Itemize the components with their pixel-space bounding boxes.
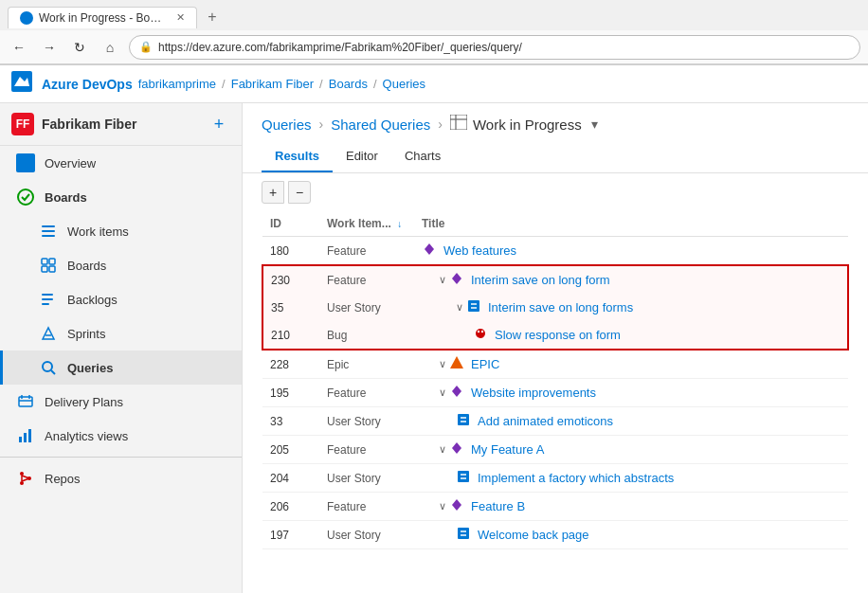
cell-title[interactable]: Implement a factory which abstracts: [414, 464, 848, 493]
new-tab-button[interactable]: +: [201, 6, 224, 28]
breadcrumb-sep-2: /: [319, 77, 323, 91]
ado-brand-text: Azure DevOps: [42, 77, 133, 92]
sidebar-boards-group-label: Boards: [45, 190, 87, 205]
cell-id: 33: [262, 407, 319, 436]
cell-title[interactable]: ∨Interim save on long forms: [414, 294, 848, 321]
svg-rect-3: [18, 164, 25, 171]
work-item-type-icon: [449, 440, 464, 458]
sidebar-item-overview[interactable]: Overview: [0, 146, 242, 180]
expand-icon[interactable]: ∨: [439, 358, 446, 370]
tab-charts[interactable]: Charts: [391, 141, 454, 172]
work-item-type-icon: [449, 271, 464, 289]
expand-icon[interactable]: ∨: [456, 301, 463, 314]
breadcrumb-sep-3: /: [373, 77, 377, 91]
project-icon: FF: [11, 113, 34, 135]
cell-type: User Story: [319, 464, 414, 493]
active-tab[interactable]: Work in Progress - Boards ✕: [8, 7, 197, 28]
svg-rect-13: [42, 294, 53, 296]
work-item-link[interactable]: Interim save on long forms: [488, 300, 633, 314]
expand-icon[interactable]: ∨: [439, 386, 446, 399]
cell-title[interactable]: Slow response on form: [414, 321, 848, 350]
breadcrumb-project[interactable]: Fabrikam Fiber: [231, 77, 314, 91]
query-title: Work in Progress: [473, 117, 582, 133]
work-item-link[interactable]: Web features: [443, 243, 516, 258]
work-item-type-icon: [449, 384, 464, 402]
work-item-type-icon: [466, 298, 481, 316]
cell-title[interactable]: Welcome back page: [414, 521, 848, 549]
collapse-all-button[interactable]: −: [288, 181, 311, 204]
content-sep-1: ›: [319, 117, 324, 132]
tab-editor[interactable]: Editor: [333, 141, 391, 172]
work-item-link[interactable]: Slow response on form: [495, 328, 621, 342]
sidebar-item-backlogs[interactable]: Backlogs: [0, 282, 242, 316]
svg-rect-15: [42, 303, 49, 305]
sidebar-item-delivery-plans[interactable]: Delivery Plans: [0, 385, 242, 419]
breadcrumb-org[interactable]: fabrikamprime: [138, 77, 216, 91]
sidebar-add-button[interactable]: +: [208, 113, 230, 135]
work-item-link[interactable]: My Feature A: [471, 442, 544, 457]
tab-results[interactable]: Results: [262, 141, 333, 172]
cell-title[interactable]: ∨EPIC: [414, 350, 848, 379]
query-caret-button[interactable]: ▾: [591, 117, 598, 132]
sidebar-item-work-items[interactable]: Work items: [0, 214, 242, 248]
work-item-link[interactable]: EPIC: [471, 357, 499, 371]
svg-point-39: [476, 329, 485, 338]
svg-point-27: [20, 472, 24, 476]
expand-icon[interactable]: ∨: [439, 274, 446, 286]
work-item-link[interactable]: Add animated emoticons: [478, 414, 613, 428]
work-item-link[interactable]: Feature B: [471, 499, 525, 513]
tab-close-button[interactable]: ✕: [176, 11, 185, 24]
breadcrumb-queries[interactable]: Queries: [383, 77, 426, 91]
breadcrumb-queries-link[interactable]: Queries: [262, 117, 312, 133]
svg-point-18: [43, 362, 52, 371]
cell-type: Feature: [319, 379, 414, 407]
breadcrumb-shared-queries-link[interactable]: Shared Queries: [331, 117, 430, 133]
forward-button[interactable]: →: [38, 36, 61, 59]
cell-title[interactable]: ∨Website improvements: [414, 379, 848, 407]
work-item-link[interactable]: Interim save on long form: [471, 273, 610, 287]
cell-type: Epic: [319, 350, 414, 379]
sidebar-item-repos[interactable]: Repos: [0, 461, 242, 495]
col-header-id: ID: [262, 211, 319, 237]
sidebar-sprints-label: Sprints: [67, 327, 105, 341]
svg-rect-2: [27, 155, 33, 162]
overview-icon: [16, 153, 35, 172]
col-header-type[interactable]: Work Item... ↓: [319, 211, 414, 237]
sidebar-item-analytics[interactable]: Analytics views: [0, 419, 242, 453]
expand-all-button[interactable]: +: [262, 181, 284, 204]
cell-title[interactable]: ∨Interim save on long form: [414, 265, 848, 294]
sidebar-boards-label: Boards: [67, 259, 106, 273]
cell-type: Feature: [319, 237, 414, 266]
work-item-link[interactable]: Implement a factory which abstracts: [478, 471, 674, 485]
main-layout: FF Fabrikam Fiber + Overview Boards Work…: [0, 103, 868, 593]
cell-id: 197: [262, 521, 319, 549]
table-row: 195Feature∨Website improvements: [262, 379, 848, 407]
svg-rect-46: [458, 471, 469, 482]
sidebar-item-boards-group[interactable]: Boards: [0, 180, 242, 214]
svg-rect-4: [27, 164, 33, 171]
cell-type: Feature: [319, 436, 414, 464]
breadcrumb-boards[interactable]: Boards: [329, 77, 368, 91]
sidebar-delivery-plans-label: Delivery Plans: [45, 395, 123, 409]
cell-title[interactable]: ∨My Feature A: [414, 436, 848, 464]
url-input[interactable]: 🔒 https://dev.azure.com/fabrikamprime/Fa…: [129, 35, 860, 60]
refresh-button[interactable]: ↻: [68, 36, 91, 59]
expand-icon[interactable]: ∨: [439, 443, 446, 456]
svg-rect-6: [42, 225, 55, 227]
work-item-type-icon: [422, 242, 437, 260]
cell-title[interactable]: Add animated emoticons: [414, 407, 848, 436]
cell-title[interactable]: ∨Feature B: [414, 493, 848, 521]
back-button[interactable]: ←: [8, 36, 30, 59]
sidebar-item-boards[interactable]: Boards: [0, 248, 242, 282]
delivery-plans-icon: [16, 392, 35, 411]
home-button[interactable]: ⌂: [99, 36, 121, 59]
cell-id: 210: [262, 321, 319, 350]
url-text: https://dev.azure.com/fabrikamprime/Fabr…: [158, 41, 522, 54]
work-item-link[interactable]: Welcome back page: [478, 528, 589, 542]
work-item-link[interactable]: Website improvements: [471, 386, 596, 400]
sidebar-item-sprints[interactable]: Sprints: [0, 316, 242, 350]
expand-icon[interactable]: ∨: [439, 500, 446, 512]
cell-title[interactable]: Web features: [414, 237, 848, 266]
sidebar-item-queries[interactable]: Queries: [0, 350, 242, 385]
table-row: 197User StoryWelcome back page: [262, 521, 848, 549]
